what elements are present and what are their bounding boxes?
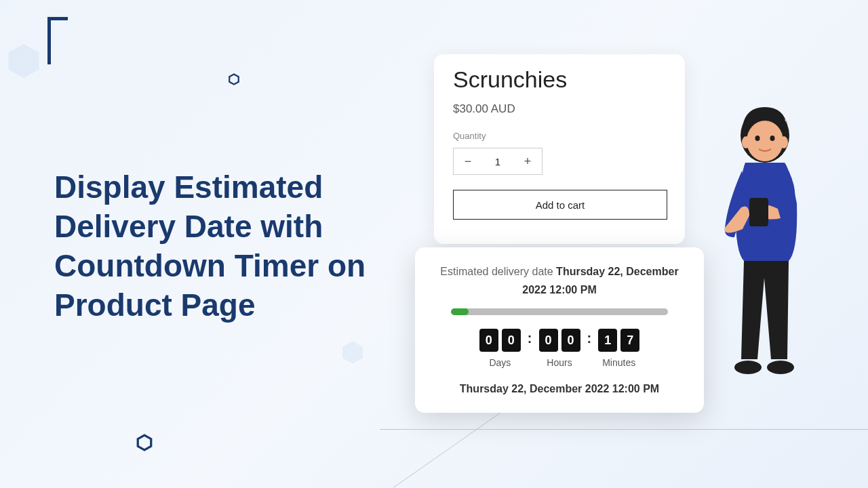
hexagon-icon — [136, 434, 153, 451]
svg-marker-2 — [342, 341, 363, 363]
svg-rect-10 — [749, 198, 768, 226]
minutes-label: Minutes — [598, 357, 639, 368]
digit: 0 — [502, 329, 521, 352]
quantity-value: 1 — [482, 156, 513, 167]
estimated-delivery-text: Estimated delivery date Thursday 22, Dec… — [435, 262, 684, 299]
separator: : — [587, 329, 592, 346]
digit: 1 — [598, 329, 617, 352]
page-headline: Display Estimated Delivery Date with Cou… — [54, 168, 407, 325]
svg-point-6 — [755, 136, 760, 141]
timer-hours: 0 0 Hours — [539, 329, 580, 368]
svg-point-9 — [780, 136, 788, 148]
product-card: Scrunchies $30.00 AUD Quantity − 1 + Add… — [434, 54, 685, 244]
timer-minutes: 1 7 Minutes — [598, 329, 639, 368]
hexagon-icon — [339, 339, 366, 366]
product-price: $30.00 AUD — [453, 102, 666, 116]
final-delivery-date: Thursday 22, December 2022 12:00 PM — [435, 383, 684, 395]
digit: 0 — [539, 329, 558, 352]
svg-point-8 — [742, 136, 750, 148]
svg-marker-0 — [9, 44, 39, 78]
quantity-stepper: − 1 + — [453, 148, 542, 175]
decorative-bracket — [47, 17, 68, 64]
add-to-cart-button[interactable]: Add to cart — [453, 190, 667, 220]
separator: : — [528, 329, 532, 346]
hexagon-icon — [3, 41, 44, 81]
digit: 7 — [620, 329, 639, 352]
timer-days: 0 0 Days — [479, 329, 521, 368]
svg-marker-3 — [138, 435, 151, 450]
countdown-timer: 0 0 Days : 0 0 Hours : 1 7 Minutes — [435, 329, 684, 368]
digit: 0 — [479, 329, 498, 352]
quantity-label: Quantity — [453, 131, 666, 141]
svg-marker-1 — [229, 75, 239, 85]
hexagon-icon — [228, 73, 240, 85]
decorative-line — [563, 0, 841, 1]
digit: 0 — [561, 329, 580, 352]
person-illustration — [715, 102, 824, 430]
countdown-card: Estimated delivery date Thursday 22, Dec… — [415, 247, 704, 413]
progress-fill — [451, 308, 469, 315]
svg-point-5 — [747, 121, 783, 161]
svg-point-7 — [770, 136, 775, 141]
quantity-decrease-button[interactable]: − — [454, 148, 482, 174]
product-title: Scrunchies — [453, 66, 666, 93]
quantity-increase-button[interactable]: + — [513, 148, 542, 174]
progress-bar — [451, 308, 668, 315]
hours-label: Hours — [539, 357, 580, 368]
estimated-prefix: Estimated delivery date — [440, 266, 556, 277]
svg-point-12 — [767, 361, 794, 374]
svg-point-11 — [734, 361, 762, 374]
days-label: Days — [479, 357, 521, 368]
